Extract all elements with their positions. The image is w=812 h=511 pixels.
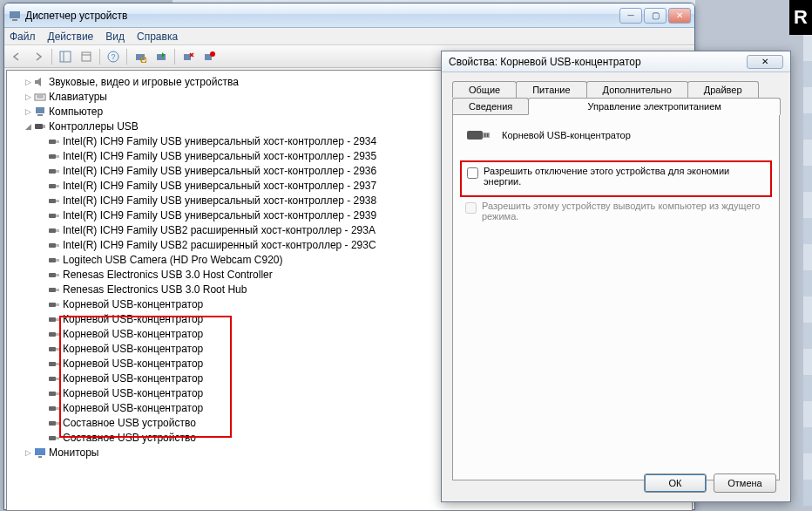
properties-button[interactable] — [77, 48, 96, 65]
svg-rect-57 — [56, 392, 59, 395]
expander-icon[interactable] — [37, 433, 47, 443]
scan-hardware-button[interactable] — [131, 48, 150, 65]
menu-view[interactable]: Вид — [105, 31, 125, 43]
tab-general[interactable]: Общие — [452, 81, 517, 98]
svg-rect-35 — [56, 229, 59, 232]
device-icon — [47, 283, 61, 296]
svg-rect-51 — [56, 348, 59, 351]
expander-icon[interactable] — [37, 344, 47, 354]
show-hide-tree-button[interactable] — [56, 48, 75, 65]
minimize-button[interactable]: ─ — [619, 8, 642, 24]
tab-power-management[interactable]: Управление электропитанием — [528, 98, 781, 115]
expander-icon[interactable] — [37, 225, 47, 235]
tree-label: Renesas Electronics USB 3.0 Host Control… — [63, 269, 273, 281]
tab-driver[interactable]: Драйвер — [687, 81, 759, 98]
device-icon — [47, 209, 61, 221]
svg-rect-18 — [36, 107, 44, 113]
update-driver-button[interactable] — [152, 48, 171, 65]
expander-icon[interactable] — [37, 210, 47, 221]
device-icon — [47, 269, 61, 281]
expander-icon[interactable] — [37, 195, 47, 206]
ok-button[interactable]: ОК — [644, 474, 707, 493]
disable-button[interactable] — [200, 48, 219, 65]
svg-rect-33 — [56, 215, 59, 217]
expander-icon[interactable] — [37, 151, 47, 161]
expander-icon[interactable] — [37, 373, 47, 384]
dialog-titlebar[interactable]: Свойства: Корневой USB-концентратор ✕ — [442, 51, 790, 72]
svg-rect-62 — [49, 436, 56, 440]
device-icon — [47, 194, 61, 207]
expander-icon[interactable] — [37, 388, 47, 399]
expander-icon[interactable] — [37, 284, 47, 295]
expander-icon[interactable] — [37, 403, 47, 413]
tree-label: Корневой USB-концентратор — [63, 343, 203, 355]
dialog-close-button[interactable]: ✕ — [747, 55, 783, 69]
svg-rect-50 — [49, 347, 56, 351]
device-icon — [47, 313, 61, 325]
expander-icon[interactable] — [37, 255, 47, 265]
tab-power[interactable]: Питание — [516, 81, 586, 98]
expander-icon[interactable] — [37, 314, 47, 324]
expander-icon[interactable] — [37, 269, 47, 280]
menu-action[interactable]: Действие — [48, 31, 94, 43]
expander-icon[interactable]: ▷ — [23, 77, 33, 87]
uninstall-button[interactable] — [179, 48, 198, 65]
close-button[interactable]: ✕ — [668, 8, 691, 24]
tabs-row-2: Сведения Управление электропитанием — [452, 98, 780, 115]
highlight-box-checkbox: Разрешить отключение этого устройства дл… — [460, 160, 772, 197]
menu-file[interactable]: Файл — [10, 31, 36, 43]
svg-rect-2 — [60, 51, 71, 62]
allow-wake-label: Разрешить этому устройству выводить комп… — [482, 201, 767, 221]
cancel-button[interactable]: Отмена — [714, 474, 776, 493]
device-icon — [47, 402, 61, 414]
expander-icon[interactable] — [37, 136, 47, 146]
back-button[interactable] — [8, 48, 27, 65]
svg-rect-61 — [56, 422, 59, 425]
tab-panel: Корневой USB-концентратор Разрешить откл… — [452, 114, 780, 480]
expander-icon[interactable]: ▷ — [23, 106, 33, 117]
expander-icon[interactable] — [37, 240, 47, 250]
expander-icon[interactable] — [37, 166, 47, 176]
svg-rect-56 — [49, 392, 56, 396]
allow-turn-off-checkbox[interactable] — [467, 167, 478, 179]
expander-icon[interactable] — [37, 418, 47, 428]
menu-help[interactable]: Справка — [137, 31, 178, 43]
tree-label: Корневой USB-концентратор — [63, 313, 203, 325]
device-icon — [47, 358, 61, 370]
expander-icon[interactable]: ▷ — [23, 92, 33, 102]
tree-label: Intel(R) ICH9 Family USB2 расширенный хо… — [63, 224, 376, 236]
menubar: Файл Действие Вид Справка — [4, 28, 694, 45]
window-title: Диспетчер устройств — [25, 10, 619, 22]
device-icon — [47, 180, 61, 192]
tree-label: Звуковые, видео и игровые устройства — [49, 76, 239, 88]
tab-advanced[interactable]: Дополнительно — [586, 81, 688, 98]
svg-rect-32 — [49, 214, 56, 218]
expander-icon[interactable] — [37, 358, 47, 369]
svg-rect-63 — [56, 437, 59, 439]
tree-label: Корневой USB-концентратор — [63, 387, 203, 399]
svg-rect-60 — [49, 421, 56, 426]
svg-rect-66 — [467, 131, 483, 140]
forward-button[interactable] — [29, 48, 48, 65]
svg-rect-52 — [49, 362, 56, 366]
expander-icon[interactable]: ▷ — [23, 447, 33, 458]
tabs-row-1: Общие Питание Дополнительно Драйвер — [452, 81, 780, 98]
expander-icon[interactable]: ◢ — [23, 121, 33, 132]
device-icon — [47, 150, 61, 162]
help-button[interactable]: ? — [104, 48, 123, 65]
expander-icon[interactable] — [37, 299, 47, 310]
tab-details[interactable]: Сведения — [452, 98, 529, 115]
device-icon — [33, 91, 47, 103]
svg-rect-49 — [56, 333, 59, 336]
svg-rect-36 — [49, 243, 56, 248]
allow-turn-off-label: Разрешить отключение этого устройства дл… — [484, 166, 765, 187]
expander-icon[interactable] — [37, 181, 47, 191]
expander-icon[interactable] — [37, 329, 47, 339]
svg-rect-28 — [49, 184, 56, 188]
device-icon — [47, 372, 61, 385]
tree-label: Составное USB устройство — [63, 432, 196, 444]
maximize-button[interactable]: ▢ — [644, 8, 667, 24]
svg-rect-40 — [49, 273, 56, 277]
titlebar[interactable]: Диспетчер устройств ─ ▢ ✕ — [4, 3, 694, 28]
device-icon — [47, 343, 61, 355]
